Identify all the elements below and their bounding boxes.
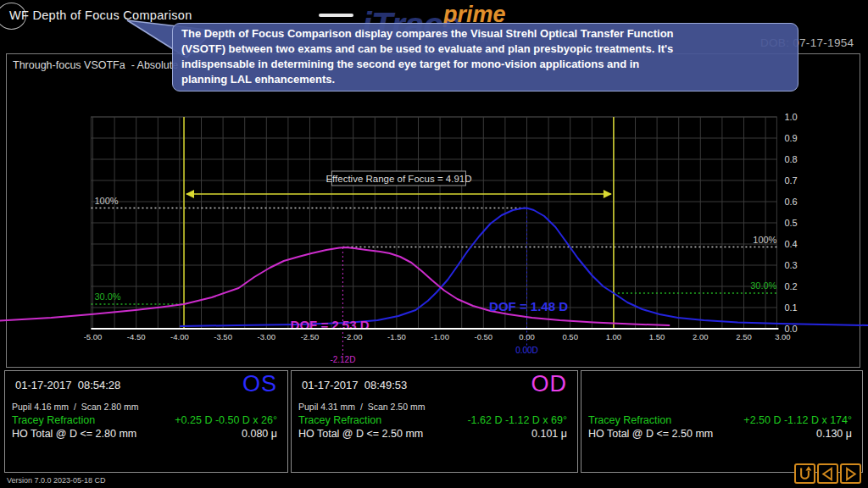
- pupil-scan-label: Pupil 4.31 mm / Scan 2.50 mm: [298, 402, 425, 412]
- eye-label-od: OD: [531, 371, 568, 397]
- exam-panel-os: 01-17-2017 08:54:28 OS Pupil 4.16 mm / S…: [4, 370, 288, 473]
- depth-of-focus-screen: WF Depth of Focus Comparison iTrace prim…: [0, 0, 868, 488]
- refraction-label: Tracey Refraction: [298, 414, 381, 426]
- refraction-label: Tracey Refraction: [12, 414, 95, 426]
- next-exam-button[interactable]: [840, 463, 861, 484]
- ho-total-label: HO Total @ D <= 2.80 mm: [12, 428, 136, 440]
- exam-panel-od: 01-17-2017 08:49:53 OD Pupil 4.31 mm / S…: [291, 370, 578, 473]
- tooltip-line: (VSOTF) between two exams and can be use…: [181, 42, 791, 57]
- u-turn-arrow-icon: [796, 465, 814, 483]
- ho-total-value: 0.130 μ: [816, 428, 852, 440]
- exam-panel-target: Tracey Refraction +2.50 D -1.12 D x 174°…: [581, 370, 863, 473]
- tooltip-line: The Depth of Focus Comparison display co…: [181, 26, 791, 42]
- ho-total-label: HO Total @ D <= 2.50 mm: [588, 428, 713, 440]
- ho-total-value: 0.101 μ: [531, 428, 567, 440]
- info-tooltip: The Depth of Focus Comparison display co…: [172, 23, 798, 92]
- exam-datetime: 01-17-2017 08:54:28: [15, 379, 120, 391]
- previous-exam-button[interactable]: [817, 463, 838, 484]
- refraction-value: -1.62 D -1.12 D x 69°: [467, 414, 567, 426]
- ho-total-value: 0.080 μ: [242, 428, 277, 440]
- refraction-label: Tracey Refraction: [588, 414, 671, 426]
- tooltip-line: indispensable in determining the second …: [181, 57, 791, 72]
- ho-total-label: HO Total @ D <= 2.50 mm: [298, 428, 423, 440]
- nav-buttons: [794, 463, 861, 484]
- itrace-logo-dash: [319, 14, 353, 17]
- triangle-right-icon: [842, 465, 860, 483]
- exam-datetime: 01-17-2017 08:49:53: [302, 379, 407, 391]
- version-label: Version 7.0.0 2023-05-18 CD: [7, 476, 106, 485]
- triangle-left-icon: [819, 465, 837, 483]
- pupil-scan-label: Pupil 4.16 mm / Scan 2.80 mm: [12, 402, 138, 412]
- eye-label-os: OS: [242, 371, 277, 397]
- refraction-value: +2.50 D -1.12 D x 174°: [743, 414, 852, 426]
- tooltip-line: planning LAL enhancements.: [181, 72, 791, 87]
- refraction-value: +0.25 D -0.50 D x 26°: [175, 414, 277, 426]
- undo-button[interactable]: [794, 463, 815, 484]
- chart-panel: Through-focus VSOTFa - Absolute: [6, 53, 860, 368]
